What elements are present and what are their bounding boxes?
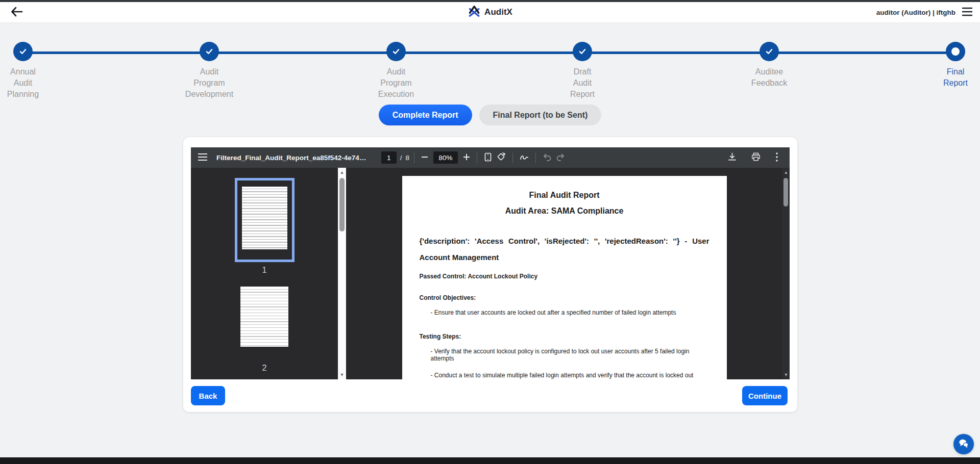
footer-bar: [0, 457, 980, 464]
step-label: Annual Audit Planning: [7, 66, 39, 100]
scrollbar-thumb[interactable]: [783, 178, 788, 207]
stepper-connector-line: [23, 51, 955, 54]
thumbnail-pane-scrollbar[interactable]: ▲ ▼: [338, 168, 346, 379]
document-testing-steps-heading: Testing Steps:: [420, 333, 709, 340]
toolbar-separator: [535, 152, 536, 163]
back-button[interactable]: Back: [191, 386, 225, 405]
rotate-icon: [496, 152, 506, 163]
document-testing-step-item: - Conduct a test to simulate multiple fa…: [420, 372, 709, 379]
complete-report-button[interactable]: Complete Report: [379, 105, 472, 125]
redo-button[interactable]: [554, 151, 567, 165]
thumbnail-page-number: 2: [262, 364, 267, 373]
toolbar-separator: [477, 152, 477, 163]
rotate-button[interactable]: [494, 150, 508, 165]
report-tabs: Complete Report Final Report (to be Sent…: [0, 105, 980, 125]
thumbnail-page-number: 1: [262, 266, 267, 275]
nav-menu-button[interactable]: [962, 7, 973, 18]
zoom-in-button[interactable]: [461, 151, 472, 164]
brand: AuditX: [468, 5, 512, 20]
scrollbar-thumb[interactable]: [339, 178, 345, 231]
print-icon: [751, 152, 761, 163]
annotate-button[interactable]: [518, 151, 531, 165]
document-control-heading: {'description': 'Access Control', 'isRej…: [420, 233, 709, 266]
pdf-thumbnail-pane: 1 2 ▲ ▼: [191, 168, 346, 379]
document-control-objective-item: - Ensure that user accounts are locked o…: [420, 309, 709, 316]
pdf-page-area: Final Audit Report Audit Area: SAMA Comp…: [346, 168, 790, 379]
step-complete-check-icon: [13, 42, 33, 61]
fit-to-page-button[interactable]: [482, 150, 494, 165]
minus-icon: [421, 153, 428, 162]
plus-icon: [463, 153, 470, 162]
navbar: AuditX auditor (Auditor) | iftghb: [0, 2, 980, 23]
download-icon: [728, 152, 737, 163]
pdf-filename: Filtered_Final_Audit_Report_ea85f542-4e7…: [216, 154, 368, 162]
step-label: Audit Program Execution: [378, 66, 414, 100]
chat-fab-button[interactable]: [953, 434, 974, 454]
final-report-card: Filtered_Final_Audit_Report_ea85f542-4e7…: [183, 137, 797, 412]
more-options-button[interactable]: [773, 150, 780, 166]
stepper-step-draft-audit-report[interactable]: Draft Audit Report: [542, 42, 623, 100]
scroll-up-arrow-icon[interactable]: ▲: [782, 169, 790, 176]
step-label: Auditee Feedback: [751, 66, 787, 89]
document-subtitle: Audit Area: SAMA Compliance: [420, 206, 709, 216]
hamburger-icon: [962, 7, 973, 18]
pdf-thumbnail-page-1[interactable]: [235, 178, 295, 262]
step-label: Final Report: [943, 66, 968, 89]
document-passed-control: Passed Control: Account Lockout Policy: [420, 273, 709, 280]
step-complete-check-icon: [200, 42, 219, 61]
back-nav-button[interactable]: [8, 4, 26, 20]
pdf-document-page: Final Audit Report Audit Area: SAMA Comp…: [402, 176, 727, 379]
scroll-down-arrow-icon[interactable]: ▼: [338, 371, 346, 378]
kebab-menu-icon: [775, 152, 778, 164]
undo-icon: [543, 153, 552, 163]
page-total: 8: [405, 154, 409, 162]
scroll-up-arrow-icon[interactable]: ▲: [338, 169, 346, 176]
document-testing-step-item: - Verify that the account lockout policy…: [420, 348, 709, 362]
fit-page-icon: [484, 152, 492, 163]
chat-bubbles-icon: [958, 439, 969, 450]
zoom-out-button[interactable]: [419, 151, 430, 164]
user-info-label: auditor (Auditor) | iftghb: [876, 9, 955, 16]
stepper-step-annual-audit-planning[interactable]: Annual Audit Planning: [0, 42, 64, 100]
zoom-level-value[interactable]: 80%: [433, 151, 458, 164]
arrow-left-icon: [10, 6, 23, 19]
page-number-input[interactable]: 1: [381, 151, 397, 164]
stepper-step-auditee-feedback[interactable]: Auditee Feedback: [728, 42, 810, 89]
toolbar-separator: [414, 152, 414, 163]
step-complete-check-icon: [760, 42, 779, 61]
auditx-logo-icon: [468, 5, 481, 20]
document-scrollbar[interactable]: ▲ ▼: [782, 168, 790, 379]
scroll-down-arrow-icon[interactable]: ▼: [782, 371, 790, 378]
step-label: Audit Program Development: [185, 66, 233, 100]
workflow-stepper: Annual Audit Planning Audit Program Deve…: [0, 23, 980, 100]
pdf-thumbnail-page-2[interactable]: [236, 281, 292, 360]
toolbar-separator: [512, 152, 513, 163]
step-active-ring: [946, 42, 965, 61]
step-complete-check-icon: [573, 42, 592, 61]
step-complete-check-icon: [386, 42, 406, 61]
pdf-toolbar: Filtered_Final_Audit_Report_ea85f542-4e7…: [191, 147, 790, 168]
stepper-step-final-report[interactable]: Final Report: [915, 42, 980, 89]
pdf-sidebar-toggle-button[interactable]: [196, 151, 209, 164]
final-report-to-be-sent-button[interactable]: Final Report (to be Sent): [479, 105, 602, 125]
stepper-step-audit-program-development[interactable]: Audit Program Development: [168, 42, 250, 100]
undo-button[interactable]: [541, 151, 554, 165]
stepper-step-audit-program-execution[interactable]: Audit Program Execution: [355, 42, 437, 100]
print-button[interactable]: [749, 150, 763, 165]
page-separator: /: [400, 154, 402, 162]
hamburger-icon: [198, 153, 207, 162]
pdf-viewer: Filtered_Final_Audit_Report_ea85f542-4e7…: [191, 147, 790, 379]
redo-icon: [556, 153, 565, 163]
continue-button[interactable]: Continue: [742, 386, 788, 405]
step-label: Draft Audit Report: [570, 66, 595, 100]
download-button[interactable]: [726, 150, 739, 165]
document-title: Final Audit Report: [420, 190, 709, 200]
document-control-objectives-heading: Control Objectives:: [420, 294, 709, 301]
app-title: AuditX: [484, 7, 512, 17]
pen-icon: [520, 153, 529, 163]
